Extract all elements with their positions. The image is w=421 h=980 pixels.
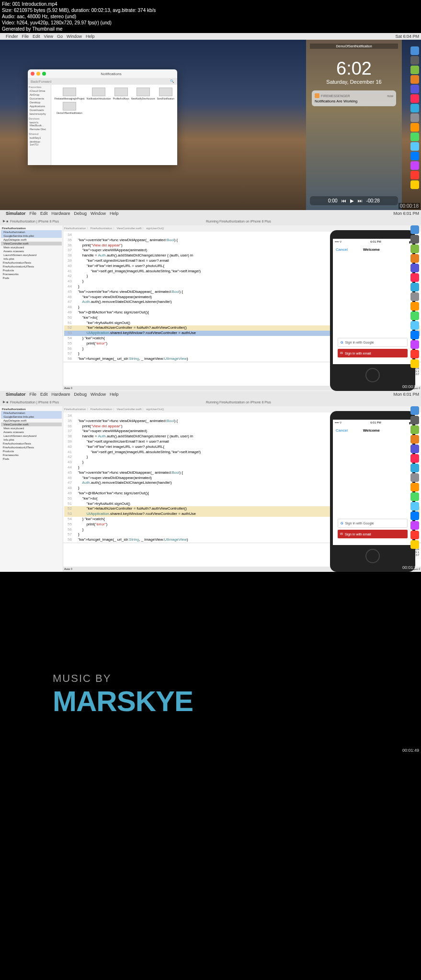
- project-nav-item[interactable]: FireAuthorization: [1, 230, 62, 234]
- project-nav-item[interactable]: FireAuthorization: [1, 411, 62, 415]
- menubar-item[interactable]: File: [30, 211, 37, 216]
- sidebar-item[interactable]: kevin's MacBook...: [29, 121, 50, 127]
- project-nav-item[interactable]: Products: [1, 449, 62, 453]
- file-item[interactable]: DemoOfSentNotification: [54, 102, 84, 114]
- home-button[interactable]: [365, 368, 380, 382]
- dock-app-icon[interactable]: [410, 292, 419, 301]
- finder-titlebar[interactable]: Notifications: [28, 69, 177, 78]
- project-nav-item[interactable]: FireAuthorizationUITests: [1, 445, 62, 449]
- file-item[interactable]: NotificationIntroduction: [87, 88, 111, 100]
- file-item[interactable]: FirebaseMessagingInProject: [54, 88, 84, 100]
- next-icon[interactable]: ⏭: [358, 198, 363, 203]
- project-nav-item[interactable]: Info.plist: [1, 438, 62, 442]
- project-nav-item[interactable]: AppDelegate.swift: [1, 238, 62, 242]
- stop-button[interactable]: ■: [6, 401, 8, 404]
- dock-app-icon[interactable]: [410, 142, 419, 151]
- project-nav-item[interactable]: Assets.xcassets: [1, 430, 62, 434]
- menubar-item[interactable]: Edit: [40, 211, 48, 216]
- dock-app-icon[interactable]: [410, 94, 419, 103]
- scheme-selector[interactable]: FireAuthorization | iPhone 8 Plus: [10, 401, 59, 404]
- stop-button[interactable]: ■: [6, 220, 8, 223]
- dock-app-icon[interactable]: [410, 331, 419, 339]
- dock-app-icon[interactable]: [410, 152, 419, 160]
- dock-app-icon[interactable]: [410, 171, 419, 179]
- menubar-item[interactable]: Help: [86, 34, 95, 39]
- zoom-icon[interactable]: [42, 72, 46, 76]
- cancel-button[interactable]: Cancel: [336, 428, 348, 433]
- sidebar-item[interactable]: bobSey1: [29, 136, 50, 140]
- dock-app-icon[interactable]: [410, 531, 419, 539]
- dock-app-icon[interactable]: [410, 340, 419, 349]
- dock-app-icon[interactable]: [410, 512, 419, 520]
- dock-app-icon[interactable]: [410, 473, 419, 482]
- menubar-item[interactable]: File: [22, 34, 29, 39]
- dock-app-icon[interactable]: [410, 521, 419, 530]
- menubar-item[interactable]: Hardware: [52, 392, 70, 397]
- project-nav-item[interactable]: FireAuthorizationTests: [1, 442, 62, 445]
- home-button[interactable]: [365, 549, 380, 563]
- dock-app-icon[interactable]: [410, 235, 419, 244]
- project-nav-item[interactable]: Frameworks: [1, 272, 62, 276]
- media-controls[interactable]: 0:00 ⏮ ▶ ⏭ -00:28: [310, 196, 398, 205]
- menubar-item[interactable]: Debug: [74, 392, 87, 397]
- google-signin-button[interactable]: G Sign in with Google: [338, 338, 408, 347]
- dock-app-icon[interactable]: [410, 406, 419, 415]
- project-nav-item[interactable]: Pods: [1, 276, 62, 280]
- dock-app-icon[interactable]: [410, 66, 419, 74]
- sidebar-item[interactable]: Remote Disc: [29, 127, 50, 131]
- dock-app-icon[interactable]: [410, 56, 419, 65]
- project-nav-item[interactable]: Info.plist: [1, 257, 62, 261]
- file-item[interactable]: SendNotification: [157, 88, 174, 100]
- menubar-clock[interactable]: Mon 6:01 PM: [393, 211, 419, 216]
- dock-app-icon[interactable]: [410, 283, 419, 291]
- menubar-app[interactable]: Simulator: [6, 211, 26, 216]
- dock-app-icon[interactable]: [410, 483, 419, 491]
- sidebar-item[interactable]: AirDrop: [29, 93, 50, 97]
- project-nav-item[interactable]: Frameworks: [1, 453, 62, 457]
- dock-app-icon[interactable]: [410, 104, 419, 112]
- dock-app-icon[interactable]: [410, 359, 419, 368]
- dock-app-icon[interactable]: [410, 321, 419, 330]
- dock-app-icon[interactable]: [410, 245, 419, 253]
- dock-app-icon[interactable]: [410, 350, 419, 358]
- dock-app-icon[interactable]: [410, 133, 419, 141]
- menubar-item[interactable]: Edit: [40, 392, 48, 397]
- run-button[interactable]: ▶: [3, 400, 5, 404]
- back-forward-button[interactable]: Back/Forward: [31, 80, 51, 83]
- dock-app-icon[interactable]: [410, 435, 419, 444]
- project-nav-item[interactable]: FireAuthorizationTests: [1, 261, 62, 265]
- dock-app-icon[interactable]: [410, 180, 419, 189]
- sidebar-item[interactable]: kevinmurphy: [29, 112, 50, 116]
- menubar-app[interactable]: Finder: [6, 34, 18, 39]
- project-nav-item[interactable]: ViewController.swift: [1, 423, 62, 426]
- menubar-item[interactable]: Debug: [74, 211, 87, 216]
- sidebar-item[interactable]: Downloads: [29, 108, 50, 112]
- menubar-item[interactable]: Go: [57, 34, 63, 39]
- dock-app-icon[interactable]: [410, 502, 419, 511]
- play-icon[interactable]: ▶: [350, 198, 354, 203]
- dock-app-icon[interactable]: [410, 416, 419, 424]
- dock-app-icon[interactable]: [410, 113, 419, 122]
- dock-app-icon[interactable]: [410, 492, 419, 501]
- project-nav-item[interactable]: LaunchScreen.storyboard: [1, 253, 62, 257]
- dock-app-icon[interactable]: [410, 75, 419, 84]
- project-nav-item[interactable]: Main.storyboard: [1, 426, 62, 430]
- menubar-item[interactable]: View: [44, 34, 53, 39]
- menubar-app[interactable]: Simulator: [6, 392, 26, 397]
- file-item[interactable]: NewNotifyDevAccount: [131, 88, 155, 100]
- google-signin-button[interactable]: G Sign in with Google: [338, 519, 408, 528]
- dock-app-icon[interactable]: [410, 264, 419, 272]
- menubar-clock[interactable]: Mon 6:01 PM: [393, 392, 419, 397]
- dock-app-icon[interactable]: [410, 302, 419, 311]
- search-input[interactable]: 🔍: [170, 79, 174, 83]
- project-nav-item[interactable]: FireAuthorizationUITests: [1, 265, 62, 268]
- dock-app-icon[interactable]: [410, 454, 419, 463]
- dock-app-icon[interactable]: [410, 85, 419, 93]
- dock-app-icon[interactable]: [410, 46, 419, 55]
- sidebar-item[interactable]: Applications: [29, 104, 50, 108]
- project-root[interactable]: FireAuthorization: [1, 226, 62, 230]
- dock-app-icon[interactable]: [410, 225, 419, 234]
- scheme-selector[interactable]: FireAuthorization | iPhone 8 Plus: [10, 220, 59, 223]
- menubar-item[interactable]: Window: [67, 34, 82, 39]
- dock-app-icon[interactable]: [410, 540, 419, 549]
